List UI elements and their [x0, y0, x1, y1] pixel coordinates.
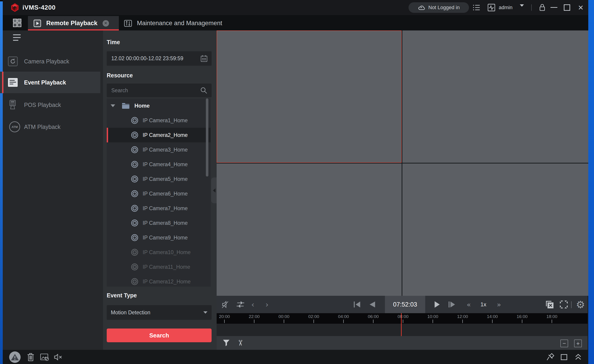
folder-icon [122, 102, 130, 109]
playback-controls: ‹ › 07:52:03 « 1x » [217, 296, 587, 313]
event-list-icon[interactable] [473, 4, 480, 11]
no-image-icon[interactable] [40, 353, 49, 361]
timeline-ruler[interactable]: 20:00 22:00 00:00 02:00 04:00 06:00 08:0… [217, 313, 587, 324]
tree-camera-item-offline[interactable]: IP Camera10_Home [107, 245, 211, 260]
camera-label: IP Camera7_Home [143, 205, 188, 212]
login-status-button[interactable]: Not Logged in [409, 2, 469, 13]
tree-camera-item[interactable]: IP Camera9_Home [107, 230, 211, 245]
camera-label: IP Camera5_Home [143, 176, 188, 182]
delete-icon[interactable] [26, 353, 35, 362]
video-grid [217, 30, 588, 296]
maximize-button[interactable] [564, 4, 570, 11]
sidebar-item-camera-playback[interactable]: Camera Playback [0, 54, 100, 69]
selected-item-accent [2, 72, 3, 93]
collapse-up-icon[interactable] [574, 352, 583, 362]
lock-icon[interactable] [538, 3, 546, 12]
camera-icon [131, 146, 138, 153]
sidebar-item-event-playback[interactable]: Event Playback [0, 72, 100, 93]
tree-camera-item[interactable]: IP Camera4_Home [107, 157, 211, 172]
speed-up-icon[interactable]: » [493, 296, 505, 313]
collapse-left-icon [213, 189, 216, 193]
video-pane-2[interactable] [402, 30, 588, 163]
reverse-play-icon[interactable] [368, 296, 377, 313]
stream-adjust-icon[interactable] [235, 296, 245, 313]
tree-camera-item[interactable]: IP Camera5_Home [107, 172, 211, 186]
next-icon[interactable]: › [263, 296, 272, 313]
video-pane-1-selected[interactable] [217, 30, 402, 163]
window-mode-icon[interactable] [561, 354, 567, 360]
play-icon[interactable] [432, 296, 442, 313]
sidebar-item-label: POS Playback [24, 102, 61, 108]
close-button[interactable]: ✕ [576, 0, 585, 15]
timeline-track[interactable] [217, 324, 587, 336]
apps-grid-icon[interactable] [13, 18, 22, 27]
alarm-notification-icon[interactable] [9, 351, 20, 363]
search-button[interactable]: Search [107, 329, 212, 342]
cloud-icon [418, 4, 426, 11]
audio-off-icon[interactable] [54, 353, 63, 361]
close-all-windows-icon[interactable] [544, 296, 555, 313]
settings-gear-icon[interactable]: ⚙ [574, 296, 587, 313]
search-icon[interactable] [200, 87, 208, 94]
resource-search-field[interactable] [107, 84, 212, 97]
tree-expand-icon[interactable] [111, 104, 115, 107]
tree-camera-item[interactable]: IP Camera1_Home [107, 113, 211, 128]
filter-icon[interactable] [222, 339, 230, 347]
cut-clip-icon[interactable]: ✂ [236, 338, 245, 348]
timeline-label: 18:00 [546, 314, 557, 319]
camera-label: IP Camera1_Home [143, 117, 188, 124]
pos-playback-icon [8, 100, 17, 110]
frame-forward-icon[interactable] [447, 296, 457, 313]
user-menu[interactable]: admin [499, 0, 513, 15]
close-tab-icon[interactable]: ✕ [103, 20, 109, 27]
minimize-button[interactable] [551, 7, 557, 8]
timeline-label: 20:00 [219, 314, 230, 319]
system-monitor-icon[interactable] [487, 4, 496, 11]
tab-remote-playback[interactable]: Remote Playback ✕ [28, 16, 119, 30]
event-type-section-label: Event Type [107, 292, 137, 299]
tree-camera-item[interactable]: IP Camera3_Home [107, 142, 211, 157]
video-pane-4[interactable] [402, 163, 588, 296]
desktop-background-right [588, 0, 594, 364]
camera-label: IP Camera4_Home [143, 162, 188, 168]
fullscreen-icon[interactable] [558, 296, 569, 313]
tree-camera-item[interactable]: IP Camera8_Home [107, 216, 211, 230]
time-range-field[interactable] [107, 51, 212, 66]
frame-backward-icon[interactable] [352, 296, 362, 313]
tree-camera-item[interactable]: IP Camera7_Home [107, 201, 211, 216]
timeline-zoom-out-button[interactable]: − [560, 339, 568, 347]
event-type-dropdown[interactable]: Motion Detection [107, 305, 212, 320]
panel-collapse-handle[interactable] [211, 177, 217, 203]
tree-camera-item-offline[interactable]: IP Camera11_Home [107, 260, 211, 274]
tab-maintenance[interactable]: Maintenance and Management [124, 16, 222, 30]
camera-icon [131, 263, 138, 270]
playback-time-display: 07:52:03 [385, 296, 425, 313]
hamburger-menu-icon[interactable] [13, 34, 20, 41]
tree-folder-home[interactable]: Home [107, 98, 211, 113]
resource-search-input[interactable] [111, 87, 200, 94]
calendar-icon[interactable] [201, 55, 208, 62]
tree-camera-item-offline[interactable]: IP Camera12_Home [107, 274, 211, 287]
time-range-input[interactable] [111, 55, 201, 62]
user-caret-down-icon[interactable] [520, 7, 524, 11]
speed-down-icon[interactable]: « [463, 296, 474, 313]
timeline-zoom-in-button[interactable]: + [574, 339, 582, 347]
video-pane-3[interactable] [217, 163, 402, 296]
tab-maintenance-label: Maintenance and Management [137, 20, 222, 27]
pin-icon[interactable] [546, 352, 555, 362]
timeline-label: 14:00 [487, 314, 498, 319]
previous-icon[interactable]: ‹ [248, 296, 257, 313]
controls-separator [571, 301, 572, 308]
event-type-value: Motion Detection [111, 310, 150, 316]
sidebar-item-atm-playback[interactable]: ATM ATM Playback [0, 119, 100, 134]
mute-icon[interactable] [221, 296, 231, 313]
search-panel: Time Resource [103, 30, 217, 350]
tree-camera-item-selected[interactable]: IP Camera2_Home [107, 128, 211, 142]
maintenance-tab-icon [124, 19, 132, 28]
tree-camera-item[interactable]: IP Camera6_Home [107, 186, 211, 201]
timeline-label: 08:00 [398, 314, 409, 319]
sidebar-item-pos-playback[interactable]: POS Playback [0, 97, 100, 112]
desktop: iVMS-4200 Not Logged in admin ✕ [0, 0, 594, 364]
timeline-playhead[interactable] [401, 313, 402, 336]
tree-scrollbar[interactable] [206, 98, 208, 176]
